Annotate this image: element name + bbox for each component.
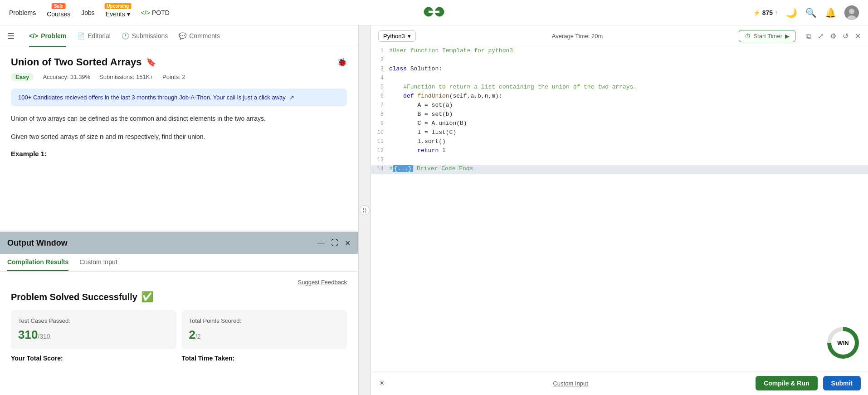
output-window-title: Output Window [7, 238, 68, 248]
test-cases-total: /310 [38, 333, 50, 340]
drag-handle-button[interactable]: ⟨⟩ [360, 205, 370, 215]
tab-editorial-label: Editorial [88, 32, 111, 40]
tab-compilation-results[interactable]: Compilation Results [7, 254, 68, 271]
job-banner[interactable]: 100+ Candidates recieved offers in the l… [11, 89, 347, 106]
test-cases-value: 310/310 [18, 328, 169, 342]
minimize-icon[interactable]: — [317, 239, 325, 247]
tab-problem[interactable]: </> Problem [29, 26, 66, 47]
jobs-label: Jobs [81, 9, 95, 16]
points-total: /2 [195, 333, 201, 340]
svg-rect-2 [428, 10, 440, 13]
tab-submissions[interactable]: 🕐 Submissions [122, 26, 168, 47]
svg-point-6 [849, 9, 854, 14]
code-line-5: 5 #Function to return a list containing … [371, 84, 868, 93]
drag-divider[interactable]: ⟨⟩ [358, 25, 371, 395]
n-bold: n [100, 133, 104, 140]
tab-custom-input[interactable]: Custom Input [79, 254, 117, 271]
play-icon: ▶ [785, 33, 790, 40]
start-timer-button[interactable]: ⏱ Start Timer ▶ [739, 30, 795, 42]
code-line-10: 10 l = list(C) [371, 129, 868, 138]
code-editor[interactable]: 1 #User function Template for python3 2 … [371, 47, 868, 371]
average-time: Average Time: 20m [552, 33, 603, 40]
submit-button[interactable]: Submit [823, 376, 861, 390]
test-cases-num: 310 [18, 328, 38, 341]
test-cases-label: Test Cases Passed: [18, 317, 169, 324]
output-window: Output Window — ⛶ ✕ Compilation Results … [0, 232, 358, 395]
settings-icon[interactable]: ⚙ [830, 32, 836, 40]
points-label: Total Points Scored: [189, 317, 340, 324]
suggest-feedback-link[interactable]: Suggest Feedback [11, 279, 347, 286]
desc1: Union of two arrays can be defined as th… [11, 115, 266, 122]
output-header-icons: — ⛶ ✕ [317, 239, 351, 247]
language-selector[interactable]: Python3 ▾ [378, 30, 416, 42]
hamburger-icon[interactable]: ☰ [7, 31, 15, 41]
code-line-13: 13 [371, 156, 868, 165]
tab-comments[interactable]: 💬 Comments [179, 26, 220, 47]
submissions-text: Submissions: 151K+ [99, 74, 153, 80]
external-link-icon: ↗ [289, 94, 294, 101]
difficulty-badge: Easy [11, 73, 34, 81]
fullscreen-close-icon[interactable]: ✕ [855, 32, 861, 40]
nav-jobs[interactable]: Jobs [81, 9, 95, 16]
nav-problems[interactable]: Problems [9, 9, 36, 16]
code-line-11: 11 l.sort() [371, 138, 868, 147]
chevron-down-icon: ▾ [127, 10, 130, 18]
dark-mode-icon[interactable]: 🌙 [786, 7, 797, 18]
meta-row: Easy Accuracy: 31.39% Submissions: 151K+… [11, 73, 347, 81]
problem-tabs: ☰ </> Problem 📄 Editorial 🕐 Submissions … [0, 25, 358, 47]
search-icon[interactable]: 🔍 [805, 7, 817, 18]
events-label: Events [106, 10, 125, 18]
lang-chevron-icon: ▾ [408, 33, 411, 40]
custom-input-link[interactable]: Custom Input [553, 380, 588, 387]
output-tabs: Compilation Results Custom Input [0, 254, 358, 272]
courses-label: Courses [47, 10, 70, 18]
user-avatar[interactable] [844, 5, 859, 20]
timer-icon: ⏱ [745, 33, 751, 40]
win-widget[interactable]: WIN [827, 327, 859, 359]
streak-count: 875 [762, 9, 773, 16]
time-label: Total Time Taken: [182, 355, 347, 362]
notification-icon[interactable]: 🔔 [825, 7, 836, 18]
theme-toggle-icon[interactable]: ☀ [378, 378, 385, 388]
m-bold: m [118, 133, 123, 140]
success-text: Problem Solved Successfully [11, 292, 137, 302]
code-line-6: 6 def findUnion(self,a,b,n,m): [371, 93, 868, 102]
nav-courses[interactable]: Sale Courses [47, 8, 70, 18]
bug-icon[interactable]: 🐞 [337, 57, 347, 67]
job-banner-text: 100+ Candidates recieved offers in the l… [18, 94, 286, 101]
stats-grid: Test Cases Passed: 310/310 Total Points … [11, 310, 347, 349]
editor-bottom-bar: ☀ Custom Input Compile & Run Submit [371, 371, 868, 395]
code-line-2: 2 [371, 56, 868, 65]
copy-icon[interactable]: ⧉ [806, 32, 811, 40]
language-label: Python3 [383, 33, 405, 40]
code-line-1: 1 #User function Template for python3 [371, 47, 868, 56]
timer-label: Start Timer [753, 33, 782, 40]
code-line-7: 7 A = set(a) [371, 102, 868, 111]
left-panel: ☰ </> Problem 📄 Editorial 🕐 Submissions … [0, 25, 358, 395]
maximize-icon[interactable]: ⛶ [331, 239, 338, 247]
close-icon[interactable]: ✕ [345, 239, 351, 247]
right-panel: Python3 ▾ Average Time: 20m ⏱ Start Time… [371, 25, 868, 395]
nav-events[interactable]: Upcoming Events ▾ [106, 8, 130, 18]
expand-icon[interactable]: ⤢ [818, 32, 824, 40]
output-body: Suggest Feedback Problem Solved Successf… [0, 272, 358, 395]
check-circle-icon: ✅ [141, 291, 153, 303]
score-label: Your Total Score: [11, 355, 176, 362]
points-value: 2/2 [189, 328, 340, 342]
potd-label: POTD [152, 9, 170, 16]
problem-title-row: Union of Two Sorted Arrays 🔖 🐞 [11, 56, 347, 68]
nav-potd[interactable]: </> POTD [141, 9, 170, 16]
code-line-3: 3 class Solution: [371, 65, 868, 74]
tab-submissions-label: Submissions [132, 32, 168, 40]
compile-run-button[interactable]: Compile & Run [756, 376, 817, 390]
svg-rect-3 [424, 10, 429, 13]
code-line-14: 14 #{...} Driver Code Ends [371, 165, 868, 174]
bookmark-icon[interactable]: 🔖 [146, 57, 156, 67]
top-nav: Problems Sale Courses Jobs Upcoming Even… [0, 0, 868, 25]
points-num: 2 [189, 328, 195, 341]
reset-icon[interactable]: ↺ [843, 32, 848, 40]
code-line-12: 12 return l [371, 147, 868, 156]
tab-editorial[interactable]: 📄 Editorial [77, 26, 111, 47]
points-text: Points: 2 [162, 74, 185, 80]
site-logo[interactable] [423, 4, 445, 22]
